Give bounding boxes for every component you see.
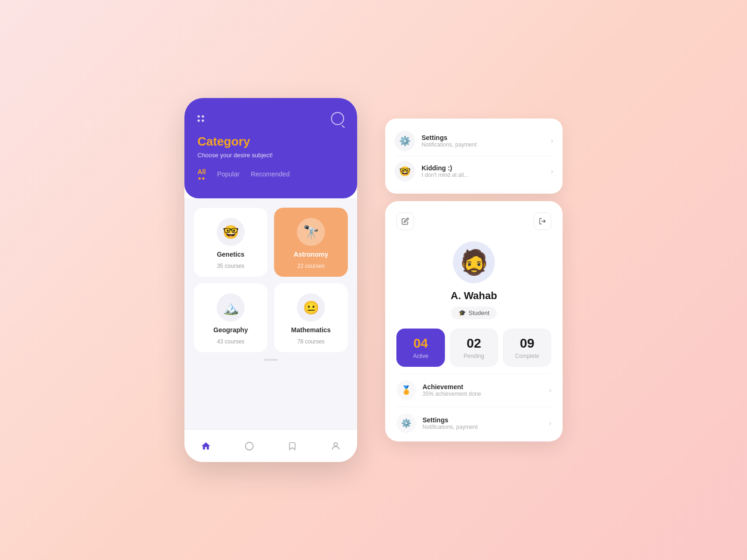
nav-explore[interactable]: [239, 436, 260, 456]
category-grid: 🤓 Genetics 35 courses 🔭 Astronomy 22 cou…: [194, 208, 348, 352]
profile-name: A. Wahab: [451, 290, 497, 302]
kidding-mini-title: Kidding :): [422, 164, 544, 172]
student-badge: 🎓 Student: [451, 307, 497, 319]
achievement-chevron-icon: ›: [549, 386, 551, 394]
stat-pending[interactable]: 02 Pending: [450, 329, 498, 367]
left-phone: Category Choose your desire subject! All…: [184, 98, 357, 462]
menu-dots-icon[interactable]: [197, 115, 204, 122]
phone-header: Category Choose your desire subject! All…: [184, 98, 357, 198]
settings-mini-title: Settings: [422, 134, 544, 141]
genetics-count: 35 courses: [217, 263, 245, 269]
bottom-nav: [184, 429, 357, 462]
mini-cards-panel: ⚙️ Settings Notifications, payment › 🤓 K…: [385, 119, 563, 194]
settings-icon: ⚙️: [396, 413, 416, 433]
nav-saved[interactable]: [282, 436, 303, 456]
stat-active-number: 04: [402, 336, 439, 351]
edit-button[interactable]: [396, 212, 414, 230]
tab-popular[interactable]: Popular: [217, 170, 240, 178]
graduation-icon: 🎓: [458, 309, 466, 316]
settings-chevron-icon: ›: [551, 137, 553, 145]
avatar: 🧔: [453, 241, 495, 283]
kidding-mini-text: Kidding :) I don't mind at all...: [422, 164, 544, 178]
stat-pending-number: 02: [455, 336, 493, 351]
profile-actions: [396, 212, 551, 230]
settings-text: Settings Notifications, payment: [423, 416, 543, 430]
category-geography[interactable]: 🏔️ Geography 43 courses: [194, 283, 268, 352]
settings-sub: Notifications, payment: [423, 424, 543, 430]
mini-card-settings[interactable]: ⚙️ Settings Notifications, payment ›: [395, 126, 553, 156]
astronomy-count: 22 courses: [297, 263, 325, 269]
category-genetics[interactable]: 🤓 Genetics 35 courses: [194, 208, 268, 277]
menu-achievement[interactable]: 🏅 Achievement 35% achievement done ›: [396, 373, 551, 406]
page-subtitle: Choose your desire subject!: [197, 152, 344, 159]
logout-button[interactable]: [534, 212, 551, 230]
search-icon[interactable]: [331, 112, 344, 125]
settings-mini-text: Settings Notifications, payment: [422, 134, 544, 148]
profile-menu: 🏅 Achievement 35% achievement done › ⚙️ …: [396, 373, 551, 441]
settings-menu-chevron-icon: ›: [549, 419, 551, 427]
achievement-icon: 🏅: [396, 380, 416, 400]
astronomy-icon: 🔭: [297, 218, 325, 246]
stat-active[interactable]: 04 Active: [396, 329, 445, 367]
achievement-text: Achievement 35% achievement done: [423, 383, 543, 397]
tab-all[interactable]: All: [197, 168, 206, 180]
stat-complete-number: 09: [508, 336, 546, 351]
tab-recommended[interactable]: Recomended: [251, 170, 289, 178]
phone-body: 🤓 Genetics 35 courses 🔭 Astronomy 22 cou…: [184, 198, 357, 429]
svg-point-0: [246, 442, 254, 450]
header-top: [197, 112, 344, 125]
stats-row: 04 Active 02 Pending 09 Complete: [396, 329, 551, 367]
mathematics-count: 78 courses: [297, 338, 325, 345]
nav-profile[interactable]: [325, 436, 346, 456]
kidding-mini-icon: 🤓: [395, 161, 415, 182]
achievement-sub: 35% achievement done: [423, 391, 543, 397]
geography-name: Geography: [213, 326, 248, 334]
geography-count: 43 courses: [217, 338, 245, 345]
menu-settings[interactable]: ⚙️ Settings Notifications, payment ›: [396, 406, 551, 440]
stat-pending-label: Pending: [455, 353, 493, 359]
stat-complete-label: Complete: [508, 353, 546, 359]
scroll-indicator: [264, 359, 278, 361]
stat-complete[interactable]: 09 Complete: [503, 329, 551, 367]
mathematics-icon: 😐: [297, 294, 325, 322]
mini-card-kidding[interactable]: 🤓 Kidding :) I don't mind at all... ›: [395, 156, 553, 186]
geography-icon: 🏔️: [217, 294, 245, 322]
category-mathematics[interactable]: 😐 Mathematics 78 courses: [274, 283, 348, 352]
nav-home[interactable]: [196, 436, 216, 456]
svg-point-1: [334, 442, 337, 446]
mathematics-name: Mathematics: [291, 326, 331, 334]
badge-label: Student: [469, 309, 490, 316]
genetics-icon: 🤓: [217, 218, 245, 246]
kidding-mini-subtitle: I don't mind at all...: [422, 172, 544, 178]
tab-bar: All Popular Recomended: [197, 168, 344, 180]
achievement-title: Achievement: [423, 383, 543, 391]
settings-title: Settings: [423, 416, 543, 424]
avatar-section: 🧔 A. Wahab 🎓 Student: [396, 241, 551, 319]
right-panel: ⚙️ Settings Notifications, payment › 🤓 K…: [385, 119, 563, 441]
genetics-name: Genetics: [217, 251, 244, 258]
settings-mini-icon: ⚙️: [395, 131, 415, 151]
page-title: Category: [197, 134, 344, 149]
profile-card: 🧔 A. Wahab 🎓 Student 04 Active 02 Pendin…: [385, 201, 563, 441]
category-astronomy[interactable]: 🔭 Astronomy 22 courses: [274, 208, 348, 277]
stat-active-label: Active: [402, 353, 439, 359]
settings-mini-subtitle: Notifications, payment: [422, 141, 544, 148]
astronomy-name: Astronomy: [294, 251, 328, 258]
kidding-chevron-icon: ›: [551, 167, 553, 175]
